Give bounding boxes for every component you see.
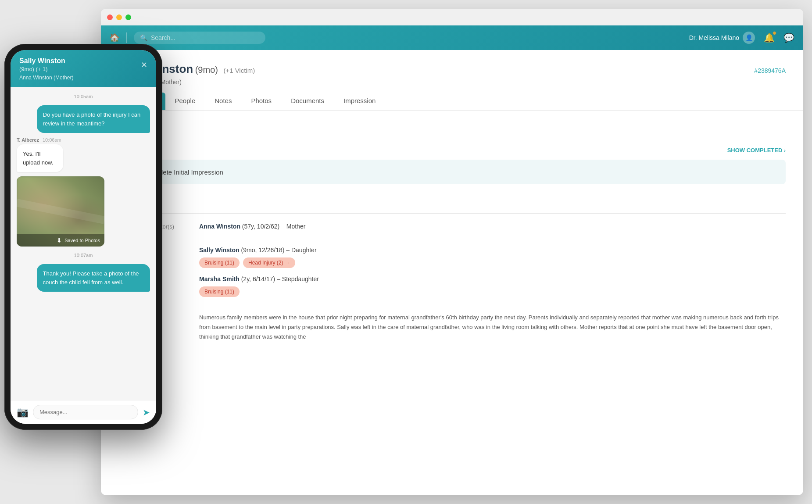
perpetrator-name: Anna Winston: [199, 223, 240, 230]
tab-people[interactable]: People: [165, 93, 205, 110]
chat-photo: ⬇ Saved to Photos: [17, 176, 104, 247]
tag-bruising-1[interactable]: Bruising (11): [199, 257, 240, 268]
chevron-right-icon: ›: [784, 148, 786, 153]
tag-head-injury[interactable]: Head Injury (2) →: [243, 257, 295, 268]
notifications-button[interactable]: 🔔: [764, 32, 775, 43]
phone-patient-age: (9mo) (+ 1): [19, 66, 48, 72]
narrative-text: Numerous family members were in the hous…: [199, 313, 786, 342]
divider-2: [118, 213, 786, 214]
photo-save-overlay: ⬇ Saved to Photos: [17, 234, 104, 247]
user-name: Dr. Melissa Milano: [689, 34, 739, 41]
user-avatar: 👤: [743, 32, 755, 44]
browser-content: Sally Winston (9mo) (+1 Victim) #2389476…: [101, 50, 803, 495]
photo-saved-label: Saved to Photos: [64, 238, 100, 243]
narrative-row: Hotline Narrative Numerous family member…: [118, 313, 786, 342]
home-icon[interactable]: 🏠: [110, 33, 119, 43]
phone-overlay: Sally Winston (9mo) (+ 1) ✕ Anna Winston…: [4, 44, 162, 430]
victim1-name: Sally Winston: [199, 247, 240, 254]
browser-window: 🏠 🔍 Dr. Melissa Milano 👤 🔔 💬: [101, 9, 803, 495]
patient-id: #2389476A: [754, 67, 786, 74]
tab-notes[interactable]: Notes: [205, 93, 241, 110]
traffic-light-green[interactable]: [125, 14, 131, 20]
tasks-header: TASKS SHOW COMPLETED ›: [118, 147, 786, 154]
victim1-details: (9mo, 12/26/18) – Daughter: [240, 247, 317, 254]
search-input[interactable]: [151, 34, 259, 41]
browser-titlebar: [101, 9, 803, 25]
chat-bubble-received-1: Yes. I'll upload now.: [17, 144, 63, 172]
camera-button[interactable]: 📷: [17, 407, 29, 418]
overview-heading: OVERVIEW: [118, 123, 786, 129]
tab-documents[interactable]: Documents: [281, 93, 334, 110]
victim1-tags: Bruising (11) Head Injury (2) →: [199, 257, 786, 268]
search-icon: 🔍: [140, 34, 147, 41]
divider-1: [118, 138, 786, 138]
patient-victim-count: (+1 Victim): [223, 67, 255, 74]
perpetrators-value: Anna Winston (57y, 10/2/62) – Mother: [199, 222, 786, 237]
browser-navbar: 🏠 🔍 Dr. Melissa Milano 👤 🔔 💬: [101, 25, 803, 50]
chat-timestamp-1: 10:05am: [17, 94, 150, 99]
patient-age-val: (9mo): [195, 65, 218, 75]
victim2-name: Marsha Smith: [199, 275, 240, 282]
phone-patient-name: Sally Winston: [19, 57, 65, 65]
victim-marsha-smith: Marsha Smith (2y, 6/14/17) – Stepdaughte…: [199, 275, 786, 297]
patient-header: Sally Winston (9mo) (+1 Victim) #2389476…: [101, 50, 803, 111]
victim2-tags: Bruising (11): [199, 286, 786, 297]
patient-tabs: Overview People Notes Photos Documents I…: [118, 93, 786, 110]
send-button[interactable]: ➤: [143, 407, 150, 418]
message-input[interactable]: [33, 405, 138, 419]
chat-timestamp-2: 10:07am: [17, 253, 150, 258]
chat-sender-1: T. Alberez: [17, 137, 39, 143]
chat-bubble-sent-2: Thank you! Please take a photo of the co…: [37, 264, 150, 292]
narrative-value: Numerous family members were in the hous…: [199, 313, 786, 342]
phone-input-area: 📷 ➤: [11, 400, 156, 424]
svg-line-0: [17, 203, 104, 220]
phone-close-button[interactable]: ✕: [141, 60, 147, 70]
phone-body: Sally Winston (9mo) (+ 1) ✕ Anna Winston…: [4, 44, 162, 430]
perpetrators-row: Alleged Perpetrator(s) Anna Winston (57y…: [118, 222, 786, 237]
chat-bubble-sent-1: Do you have a photo of the injury I can …: [37, 105, 150, 133]
task-item-1[interactable]: Complete Initial Impression: [118, 160, 786, 184]
phone-patient-subtitle: Anna Winston (Mother): [19, 75, 147, 81]
tab-impression[interactable]: Impression: [334, 93, 385, 110]
victims-value: Sally Winston (9mo, 12/26/18) – Daughter…: [199, 246, 786, 304]
information-heading: INFORMATION: [118, 198, 786, 204]
victim-sally-winston: Sally Winston (9mo, 12/26/18) – Daughter…: [199, 246, 786, 268]
nav-divider: [126, 32, 127, 43]
main-content: OVERVIEW TASKS SHOW COMPLETED › Complete…: [101, 111, 803, 495]
patient-subtitle: Anna Winston (Mother): [118, 79, 786, 86]
traffic-light-red[interactable]: [107, 14, 113, 20]
notification-badge: [773, 31, 776, 35]
messages-button[interactable]: 💬: [783, 32, 794, 43]
show-completed-button[interactable]: SHOW COMPLETED ›: [727, 147, 786, 154]
chat-received-group-1: T. Alberez 10:06am Yes. I'll upload now.: [17, 137, 79, 172]
phone-chat-area: 10:05am Do you have a photo of the injur…: [11, 87, 156, 400]
nav-right: Dr. Melissa Milano 👤 🔔 💬: [689, 32, 794, 44]
phone-screen: Sally Winston (9mo) (+ 1) ✕ Anna Winston…: [11, 50, 156, 424]
tag-bruising-2[interactable]: Bruising (11): [199, 286, 240, 297]
chat-time-1: 10:06am: [43, 137, 61, 143]
perpetrator-details: (57y, 10/2/62) – Mother: [240, 223, 305, 230]
search-bar[interactable]: 🔍: [134, 32, 265, 44]
person-anna-winston: Anna Winston (57y, 10/2/62) – Mother: [199, 222, 786, 230]
nav-user[interactable]: Dr. Melissa Milano 👤: [689, 32, 755, 44]
information-section: INFORMATION Alleged Perpetrator(s) Anna …: [118, 198, 786, 342]
traffic-light-yellow[interactable]: [116, 14, 122, 20]
victim2-details: (2y, 6/14/17) – Stepdaughter: [240, 275, 319, 282]
tab-photos[interactable]: Photos: [241, 93, 281, 110]
victims-row: Alleged Victim(s) Sally Winston (9mo, 12…: [118, 246, 786, 304]
phone-header: Sally Winston (9mo) (+ 1) ✕ Anna Winston…: [11, 50, 156, 87]
